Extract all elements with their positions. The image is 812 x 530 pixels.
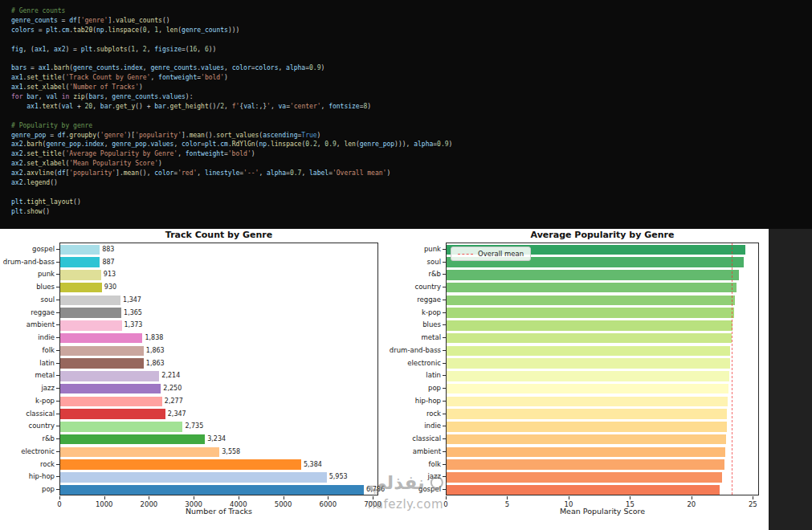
y-axis-label: hip-hop: [0, 472, 55, 480]
code-line: plt.show(): [11, 207, 812, 217]
y-axis-label: blues: [377, 320, 441, 328]
bar-value-label: 1,347: [123, 296, 141, 304]
code-content: # Genre countsgenre_counts = df['genre']…: [11, 6, 812, 217]
y-axis-label: punk: [0, 270, 55, 278]
x-tick-mark: [59, 496, 60, 499]
bar-ambient: [447, 447, 725, 458]
bar-punk: [60, 270, 101, 280]
code-token: ,: [271, 103, 279, 110]
code-token: ax1: [35, 46, 46, 53]
code-token: ,: [173, 141, 182, 148]
bar-value-label: 2,347: [168, 410, 186, 418]
code-token: 'Mean Popularity Score': [69, 160, 158, 167]
matplotlib-figure: Track Count by Genre Average Popularity …: [0, 229, 769, 530]
code-line: genre_pop = df.groupby('genre')['popular…: [11, 131, 812, 141]
code-token: val: [243, 103, 255, 110]
bar-value-label: 1,365: [124, 309, 142, 317]
code-token: values: [162, 93, 186, 100]
bar-value-label: 2,214: [161, 372, 180, 380]
bar-gospel: [447, 485, 720, 495]
watermark-domain-text: nafezly.com: [368, 497, 443, 512]
code-token: cm: [220, 141, 228, 148]
code-token: True: [301, 132, 316, 139]
bar-value-label: 2,277: [165, 398, 183, 406]
code-token: ,: [143, 64, 151, 71]
code-token: colors: [255, 64, 279, 71]
x-tick-label: 2000: [141, 500, 158, 508]
code-token: 'popularity': [135, 132, 182, 139]
code-token: subplots: [96, 46, 128, 53]
legend-label: Overall mean: [478, 250, 524, 258]
code-token: ,: [135, 46, 143, 53]
x-tick-label: 25: [749, 500, 757, 508]
code-token: color: [182, 141, 201, 148]
right-gutter: [769, 229, 812, 530]
code-token: 'Average Popularity by Genre': [65, 150, 177, 157]
code-token: ,: [39, 93, 47, 100]
bar-metal: [447, 333, 732, 344]
code-token: genre_counts: [182, 26, 228, 34]
code-token: ,: [177, 150, 186, 157]
code-token: # Genre counts: [11, 7, 65, 14]
bar-hip-hop: [447, 397, 728, 407]
y-axis-label: indie: [0, 333, 55, 341]
x-tick-label: 20: [687, 500, 696, 508]
code-token: genre_counts: [150, 64, 197, 71]
bar-value-label: 5,384: [304, 461, 322, 469]
code-token: ): [449, 141, 453, 148]
code-token: barh: [54, 64, 69, 71]
code-token: plt: [81, 46, 92, 53]
y-axis-label: latin: [0, 359, 55, 367]
y-tick-mark: [443, 324, 446, 325]
legend-dashed-line-sample: [458, 254, 473, 255]
chart2-plot-area: Overall mean: [446, 243, 759, 495]
code-token: mean: [124, 169, 139, 177]
y-axis-label: country: [0, 422, 55, 430]
y-axis-label: hip-hop: [377, 397, 441, 405]
code-token: ().: [205, 132, 216, 139]
code-token: ,: [224, 64, 232, 71]
code-token: index: [124, 64, 143, 71]
x-tick-label: 6000: [319, 500, 337, 508]
code-token: plt: [46, 26, 57, 34]
code-token: 'Number of Tracks': [69, 84, 139, 91]
x-tick-mark: [239, 496, 239, 499]
bar-value-label: 913: [104, 271, 116, 279]
y-axis-label: pop: [0, 485, 55, 493]
bar-ambient: [60, 320, 122, 331]
code-token: genre_counts: [112, 93, 158, 100]
watermark: نفذلي nafezly.com: [368, 471, 443, 512]
code-line: colors = plt.cm.tab20(np.linspace(0, 1, …: [11, 26, 812, 35]
code-line: ax2.barh(genre_pop.index, genre_pop.valu…: [11, 140, 812, 149]
y-tick-mark: [443, 363, 446, 364]
code-token: ,: [224, 103, 232, 110]
bar-electronic: [60, 447, 219, 458]
y-tick-mark: [56, 287, 59, 287]
bar-value-label: 3,558: [222, 448, 240, 456]
code-token: alpha: [286, 64, 305, 71]
code-token: ,: [147, 46, 155, 53]
bar-jazz: [60, 384, 161, 394]
y-tick-mark: [56, 249, 59, 250]
code-token: ,: [259, 169, 267, 177]
code-editor[interactable]: # Genre countsgenre_counts = df['genre']…: [0, 0, 812, 229]
x-tick-mark: [149, 496, 149, 499]
bar-folk: [447, 459, 724, 470]
code-token: set_title: [27, 150, 61, 157]
bar-value-label: 930: [104, 283, 116, 292]
bar-latin: [447, 371, 729, 381]
x-tick-label: 0: [57, 500, 61, 508]
code-token: [11, 103, 27, 110]
y-axis-label: drum-and-bass: [0, 258, 55, 266]
bar-indie: [60, 333, 142, 344]
y-axis-label: indie: [377, 422, 441, 430]
watermark-arabic-text: نفذلي: [368, 471, 424, 494]
code-line: for bar, val in zip(bars, genre_counts.v…: [11, 92, 812, 102]
code-token: color: [154, 169, 173, 177]
bar-reggae: [447, 296, 735, 306]
code-line: fig, (ax1, ax2) = plt.subplots(1, 2, fig…: [11, 45, 812, 55]
code-token: =(: [182, 46, 190, 53]
y-tick-mark: [56, 414, 59, 414]
code-token: ,: [197, 169, 205, 177]
code-token: ): [158, 160, 162, 167]
